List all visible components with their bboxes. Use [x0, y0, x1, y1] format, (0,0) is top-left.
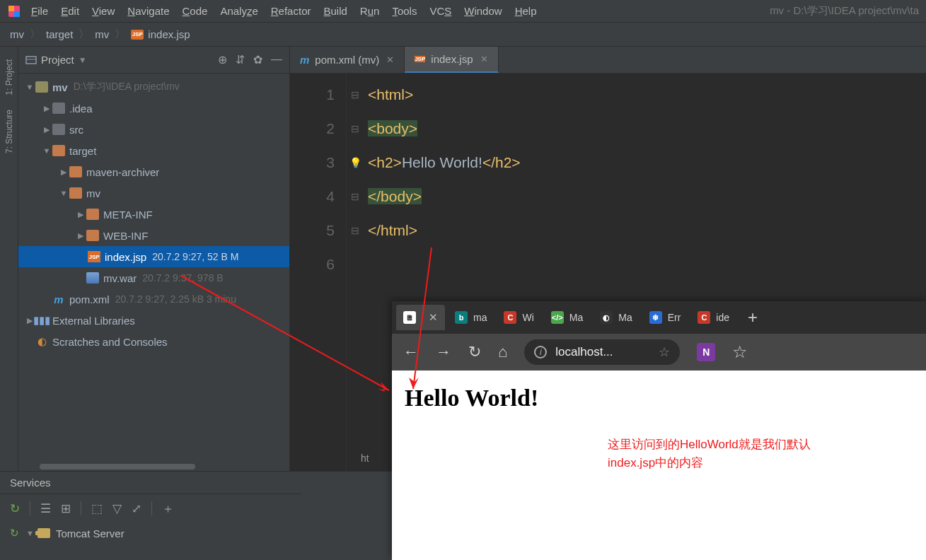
tree-idea[interactable]: ▶.idea [18, 98, 289, 119]
maven-icon: m [52, 293, 65, 305]
rerun-icon[interactable]: ↻ [10, 501, 20, 516]
menu-help[interactable]: Help [515, 5, 537, 17]
project-panel-header: Project ▼ ⊕ ⇵ ✿ — [18, 47, 289, 74]
tree-meta-inf[interactable]: ▶META-INF [18, 204, 289, 225]
editor-tab-index[interactable]: JSPindex.jsp✕ [405, 47, 498, 73]
tree-pom[interactable]: mpom.xml20.7.2 9:27, 2.25 kB 3 minu [18, 288, 289, 310]
browser-tab[interactable]: ❄Err [642, 305, 688, 330]
crumb-mv[interactable]: mv [95, 28, 109, 40]
rerun-small-icon[interactable]: ↻ [10, 527, 19, 539]
services-toolbar: ↻ ☰ ⊞ ⬚ ▽ ⤢ ＋ [0, 494, 301, 523]
tree-root[interactable]: ▼mvD:\学习\IDEA project\mv [18, 76, 289, 98]
crumb-target[interactable]: target [46, 28, 73, 40]
home-icon[interactable]: ⌂ [498, 343, 507, 361]
menu-edit[interactable]: Edit [61, 5, 79, 17]
browser-page: Hello World! [392, 371, 926, 426]
tree-scratches[interactable]: ◐Scratches and Consoles [18, 331, 289, 352]
menu-file[interactable]: File [31, 5, 48, 17]
browser-tab[interactable]: Cide [690, 305, 736, 330]
add-icon[interactable]: ＋ [162, 501, 174, 517]
tree-ext-lib[interactable]: ▶▮▮▮External Libraries [18, 310, 289, 331]
browser-tab-active[interactable]: 🗎 ✕ [396, 305, 445, 330]
tree-maven-archiver[interactable]: ▶maven-archiver [18, 161, 289, 182]
menu-view[interactable]: View [92, 5, 115, 17]
group-icon[interactable]: ⬚ [91, 501, 103, 516]
project-tree: ▼mvD:\学习\IDEA project\mv ▶.idea ▶src ▼ta… [18, 74, 289, 460]
tree-mv-war[interactable]: mv.war20.7.2 9:37, 978 B [18, 267, 289, 288]
folder-icon [69, 187, 82, 199]
view-tree-icon[interactable]: ⊞ [61, 501, 71, 516]
site-icon: C [504, 311, 516, 324]
menubar: File Edit View Navigate Code Analyze Ref… [0, 0, 926, 23]
menu-tools[interactable]: Tools [392, 5, 417, 17]
tree-index-jsp[interactable]: JSPindex.jsp20.7.2 9:27, 52 B M [18, 246, 289, 267]
menu-code[interactable]: Code [183, 5, 208, 17]
folder-icon [52, 145, 65, 156]
bookmark-icon[interactable]: ☆ [659, 344, 670, 360]
service-tomcat[interactable]: ↻ ▼ Tomcat Server [0, 523, 301, 544]
scratches-icon: ◐ [35, 336, 48, 347]
refresh-icon[interactable]: ↻ [468, 343, 481, 361]
services-panel: Services ↻ ☰ ⊞ ⬚ ▽ ⤢ ＋ ↻ ▼ Tomcat Server [0, 472, 301, 560]
view-list-icon[interactable]: ☰ [40, 501, 51, 516]
onenote-icon[interactable]: N [697, 343, 715, 361]
annotation-text: 这里访问到的HelloWorld就是我们默认 index.jsp中的内容 [608, 436, 811, 472]
browser-tab[interactable]: bma [448, 305, 494, 330]
tree-src[interactable]: ▶src [18, 119, 289, 140]
favorites-icon[interactable]: ☆ [732, 342, 748, 362]
new-tab-button[interactable]: + [739, 308, 766, 327]
crumb-root[interactable]: mv [10, 28, 24, 40]
expand-icon[interactable]: ⤢ [132, 501, 141, 516]
editor-tab-pom[interactable]: mpom.xml (mv)✕ [290, 47, 405, 73]
folder-icon [86, 209, 99, 220]
menu-window[interactable]: Window [464, 5, 502, 17]
menu-build[interactable]: Build [323, 5, 347, 17]
browser-tabstrip: 🗎 ✕ bma CWi </>Ma ◐Ma ❄Err Cide + [392, 301, 926, 334]
close-icon[interactable]: ✕ [386, 54, 394, 65]
archive-icon [86, 272, 99, 284]
app-logo-icon [7, 4, 21, 18]
window-title: mv - D:\学习\IDEA project\mv\ta [770, 4, 919, 18]
editor-breadcrumb[interactable]: ht [361, 453, 369, 471]
project-scrollbar[interactable] [18, 462, 289, 471]
browser-tab[interactable]: ◐Ma [593, 305, 639, 330]
tomcat-icon [37, 528, 50, 538]
menu-vcs[interactable]: VCS [429, 5, 451, 17]
tool-tab-structure[interactable]: 7: Structure [4, 110, 14, 153]
site-icon: ❄ [649, 311, 662, 324]
line-gutter: 123456 [290, 74, 347, 471]
menu-analyze[interactable]: Analyze [220, 5, 257, 17]
back-icon[interactable]: ← [403, 343, 419, 361]
menu-navigate[interactable]: Navigate [127, 5, 169, 17]
close-icon[interactable]: ✕ [429, 311, 438, 324]
collapse-icon[interactable]: ⇵ [236, 53, 245, 66]
chevron-right-icon: 〉 [30, 28, 40, 41]
site-icon: </> [551, 311, 564, 324]
url-bar[interactable]: i localhost... ☆ [524, 339, 680, 365]
crumb-file[interactable]: index.jsp [148, 28, 190, 40]
libraries-icon: ▮▮▮ [35, 315, 48, 326]
fold-gutter[interactable]: ⊟⊟💡⊟⊟ [347, 74, 364, 471]
jsp-icon: JSP [415, 56, 425, 62]
close-icon[interactable]: ✕ [480, 54, 488, 64]
tree-mv[interactable]: ▼mv [18, 182, 289, 204]
browser-tab[interactable]: </>Ma [544, 305, 590, 330]
hide-icon[interactable]: — [271, 53, 282, 66]
jsp-icon: JSP [88, 251, 100, 262]
forward-icon[interactable]: → [436, 343, 451, 361]
info-icon[interactable]: i [534, 346, 547, 358]
folder-icon [52, 103, 65, 114]
browser-tab[interactable]: CWi [497, 305, 540, 330]
settings-icon[interactable]: ✿ [253, 53, 262, 66]
tool-tab-project[interactable]: 1: Project [4, 59, 14, 95]
locate-icon[interactable]: ⊕ [218, 53, 227, 66]
left-tool-strip: 1: Project 7: Structure [0, 47, 18, 471]
filter-icon[interactable]: ▽ [112, 501, 122, 516]
module-icon [35, 81, 48, 93]
menu-refactor[interactable]: Refactor [271, 5, 311, 17]
tree-target[interactable]: ▼target [18, 140, 289, 161]
folder-icon [52, 124, 65, 135]
tree-web-inf[interactable]: ▶WEB-INF [18, 225, 289, 246]
chevron-down-icon[interactable]: ▼ [79, 55, 87, 65]
menu-run[interactable]: Run [360, 5, 380, 17]
